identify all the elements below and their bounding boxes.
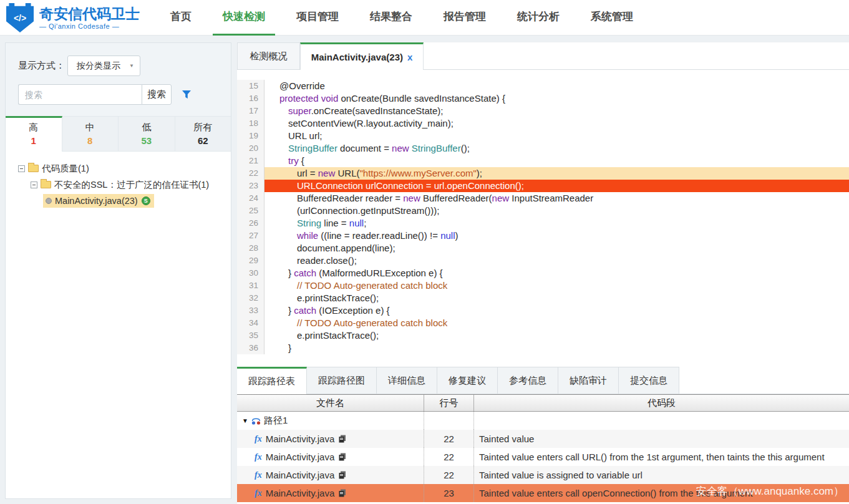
nav-item-result-integration[interactable]: 结果整合: [360, 0, 422, 36]
trace-cell-line: [424, 412, 474, 430]
collapse-icon[interactable]: ▼: [242, 417, 248, 424]
trace-cell-file: fxMainActivity.java: [237, 466, 424, 484]
logo-subtitle: — Qi'anxin Codesafe —: [39, 22, 140, 30]
nav-item-statistics[interactable]: 统计分析: [507, 0, 570, 36]
code-text: URL url;: [264, 130, 849, 142]
logo-text: 奇安信代码卫士 — Qi'anxin Codesafe —: [39, 6, 140, 30]
defect-tree: 代码质量(1)不安全的SSL：过于广泛的信任证书(1)MainActivity.…: [6, 152, 231, 209]
tab-scan-overview[interactable]: 检测概况: [237, 42, 300, 69]
severity-tab-label: 高: [6, 122, 62, 133]
bottom-tab-trace-graph[interactable]: 跟踪路径图: [307, 367, 377, 394]
tree-item-2[interactable]: MainActivity.java(23)S: [18, 193, 226, 209]
tab-mainactivity-file[interactable]: MainActivity.java(23) x: [300, 42, 424, 70]
tree-item-1[interactable]: 不安全的SSL：过于广泛的信任证书(1): [18, 177, 226, 193]
close-icon[interactable]: x: [407, 52, 412, 62]
trace-file-name: MainActivity.java: [266, 470, 335, 480]
trace-row-2[interactable]: fxMainActivity.java22Tainted value is as…: [237, 466, 849, 484]
nav-item-system-management[interactable]: 系统管理: [581, 0, 643, 36]
severity-tab-count: 1: [6, 135, 62, 146]
chevron-down-icon: ▼: [129, 56, 134, 75]
severity-tab-label: 所有: [175, 122, 231, 133]
collapse-icon[interactable]: [18, 165, 25, 172]
bottom-tab-defect-audit[interactable]: 缺陷审计: [558, 367, 619, 394]
code-text: }: [264, 342, 849, 354]
line-number: 28: [237, 242, 264, 254]
tab-label: MainActivity.java(23): [311, 52, 403, 62]
function-icon: fx: [255, 452, 262, 462]
trace-group-row[interactable]: ▼路径1: [237, 412, 849, 430]
line-number: 36: [237, 342, 264, 354]
code-line-30: 30} catch (MalformedURLException e) {: [237, 267, 849, 279]
logo-code-mark: </>: [14, 13, 26, 23]
sidebar: 显示方式： 按分类显示 ▼ 搜索 高1中8低53所有62 代码质量(1)不安全的…: [5, 42, 231, 499]
line-number: 21: [237, 155, 264, 167]
search-button[interactable]: 搜索: [142, 84, 172, 105]
nav-item-report-management[interactable]: 报告管理: [434, 0, 496, 36]
folder-icon: [28, 165, 39, 172]
column-header-filename: 文件名: [237, 395, 424, 411]
line-number: 17: [237, 105, 264, 117]
app-logo[interactable]: </> 奇安信代码卫士 — Qi'anxin Codesafe —: [6, 3, 140, 32]
code-text: } catch (IOException e) {: [264, 304, 849, 317]
code-line-35: 35e.printStackTrace();: [237, 329, 849, 342]
line-number: 26: [237, 217, 264, 230]
nav-item-home[interactable]: 首页: [160, 0, 201, 36]
bottom-tab-fix-advice[interactable]: 修复建议: [437, 367, 498, 394]
nav-item-project-management[interactable]: 项目管理: [286, 0, 349, 36]
line-number: 15: [237, 80, 264, 92]
bottom-tab-commit-info[interactable]: 提交信息: [619, 367, 679, 394]
tree-item-0[interactable]: 代码质量(1): [18, 160, 226, 177]
code-line-33: 33} catch (IOException e) {: [237, 304, 849, 317]
tree-item-label: 代码质量(1): [42, 163, 89, 175]
trace-file-name: MainActivity.java: [266, 452, 335, 462]
display-mode-select[interactable]: 按分类显示 ▼: [67, 56, 140, 76]
code-text: } catch (MalformedURLException e) {: [264, 267, 849, 279]
function-icon: fx: [255, 434, 262, 444]
trace-row-0[interactable]: fxMainActivity.java22Tainted value: [237, 430, 849, 448]
code-line-27: 27while ((line = reader.readLine()) != n…: [237, 230, 849, 242]
severity-tabs: 高1中8低53所有62: [6, 116, 231, 152]
code-text: e.printStackTrace();: [264, 292, 849, 304]
code-line-25: 25(urlConnection.getInputStream()));: [237, 205, 849, 217]
search-input[interactable]: [18, 84, 142, 105]
severity-tab-all[interactable]: 所有62: [175, 116, 231, 151]
bottom-tab-reference-info[interactable]: 参考信息: [498, 367, 558, 394]
code-text: StringBuffer document = new StringBuffer…: [264, 142, 849, 155]
function-icon: fx: [255, 488, 262, 498]
trace-cell-file: fxMainActivity.java: [237, 448, 424, 466]
trace-row-3[interactable]: fxMainActivity.java23Tainted value enter…: [237, 484, 849, 502]
severity-tab-high[interactable]: 高1: [6, 116, 62, 152]
document-icon: [339, 435, 346, 443]
code-text: (urlConnection.getInputStream()));: [264, 205, 849, 217]
code-viewer: 15@Override16protected void onCreate(Bun…: [237, 70, 849, 367]
collapse-icon[interactable]: [31, 182, 37, 188]
code-text: setContentView(R.layout.activity_main);: [264, 117, 849, 130]
severity-tab-low[interactable]: 低53: [119, 116, 175, 151]
bottom-tab-trace-table[interactable]: 跟踪路径表: [237, 367, 307, 394]
nav-item-quick-scan[interactable]: 快速检测: [213, 0, 275, 36]
line-number: 34: [237, 317, 264, 329]
code-text: super.onCreate(savedInstanceState);: [264, 105, 849, 117]
trace-description: Tainted value is assigned to variable ur…: [474, 466, 849, 484]
severity-tab-label: 中: [62, 122, 119, 133]
line-number: 33: [237, 304, 264, 317]
severity-tab-medium[interactable]: 中8: [62, 116, 119, 151]
code-line-22[interactable]: 22url = new URL("https://www.myServer.co…: [237, 167, 849, 180]
code-line-16: 16protected void onCreate(Bundle savedIn…: [237, 92, 849, 105]
line-number: 22: [237, 167, 264, 180]
code-line-20: 20StringBuffer document = new StringBuff…: [237, 142, 849, 155]
display-mode-value: 按分类显示: [77, 61, 120, 70]
code-line-23[interactable]: 23URLConnection urlConnection = url.open…: [237, 180, 849, 192]
code-text: String line = null;: [264, 217, 849, 230]
trace-row-1[interactable]: fxMainActivity.java22Tainted value enter…: [237, 448, 849, 466]
document-icon: [339, 489, 346, 497]
line-number: 20: [237, 142, 264, 155]
code-line-29: 29reader.close();: [237, 254, 849, 267]
filter-icon[interactable]: [182, 90, 192, 99]
tree-file-entry: MainActivity.java(23)S: [43, 194, 154, 208]
bullet-icon: [46, 198, 52, 204]
document-icon: [339, 471, 346, 479]
severity-tab-label: 低: [119, 122, 175, 133]
bottom-tab-detail-info[interactable]: 详细信息: [377, 367, 437, 394]
column-header-line: 行号: [424, 395, 474, 411]
